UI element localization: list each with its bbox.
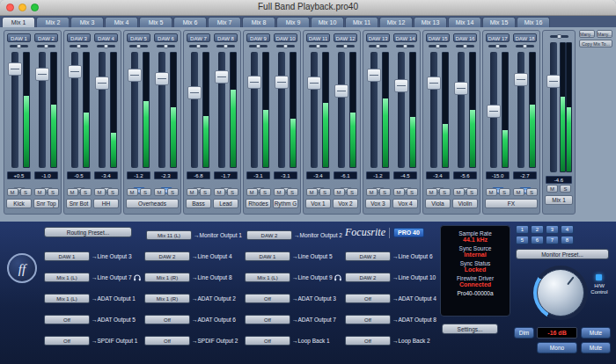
tab-mix-16[interactable]: Mix 16 <box>517 17 550 27</box>
solo-button[interactable]: S <box>80 188 92 196</box>
daw-source-button[interactable]: DAW 12 <box>334 33 357 42</box>
master-pan-slider[interactable] <box>543 33 575 40</box>
mute-button[interactable]: M <box>34 188 46 196</box>
routing-source-button[interactable]: DAW 1 <box>245 251 290 261</box>
channel-name[interactable]: Kick <box>6 199 32 208</box>
fader-handle[interactable] <box>334 84 348 98</box>
monitor-output-button-4[interactable]: 4 <box>561 225 574 234</box>
mute-button[interactable]: M <box>187 188 198 196</box>
tab-mix-15[interactable]: Mix 15 <box>482 17 516 27</box>
master-name[interactable]: Mix 1 <box>545 195 573 205</box>
pan-slider[interactable] <box>332 43 359 49</box>
channel-name[interactable]: Vox 3 <box>365 199 391 208</box>
pan-thumb[interactable] <box>557 34 561 39</box>
fader-handle[interactable] <box>394 79 408 92</box>
routing-source-button[interactable]: Mix 1 (L) <box>44 294 90 303</box>
pan-slider[interactable] <box>65 43 92 49</box>
fader-handle[interactable] <box>95 76 109 90</box>
channel-name[interactable]: Viola <box>425 199 451 208</box>
monitor-output-button-6[interactable]: 6 <box>531 236 544 244</box>
pan-thumb[interactable] <box>17 44 21 48</box>
solo-button[interactable]: S <box>20 188 32 196</box>
solo-button[interactable]: S <box>48 188 59 196</box>
monitor-volume-knob[interactable] <box>537 269 584 317</box>
routing-source-button[interactable]: Off <box>245 294 290 303</box>
mute-button[interactable]: M <box>513 188 524 196</box>
fader-handle[interactable] <box>275 76 289 89</box>
monitor-output-button-8[interactable]: 8 <box>561 236 574 244</box>
daw-source-button[interactable]: DAW 5 <box>127 33 150 42</box>
pan-thumb[interactable] <box>136 44 141 48</box>
solo-button[interactable]: S <box>260 188 271 196</box>
pan-thumb[interactable] <box>224 44 228 48</box>
tab-mix-2[interactable]: Mix 2 <box>36 17 70 27</box>
channel-name[interactable]: Vox 1 <box>305 199 331 208</box>
channel-name[interactable]: Snr Bot <box>66 199 92 208</box>
routing-source-button[interactable]: Off <box>345 336 391 346</box>
routing-source-button[interactable]: DAW 2 <box>345 273 391 282</box>
fader-handle[interactable] <box>155 72 169 85</box>
pan-slider[interactable] <box>92 43 120 49</box>
master-option-button[interactable]: Many... <box>597 30 612 38</box>
fader-handle[interactable] <box>247 76 261 89</box>
solo-button[interactable]: S <box>227 188 238 196</box>
tab-mix-4[interactable]: Mix 4 <box>105 17 138 27</box>
pan-thumb[interactable] <box>343 44 348 48</box>
fader-handle[interactable] <box>187 86 202 99</box>
mute-button[interactable]: M <box>94 188 106 196</box>
routing-source-button[interactable]: Off <box>44 315 90 324</box>
pan-thumb[interactable] <box>77 44 81 48</box>
mute-button[interactable]: M <box>246 188 258 196</box>
mute-button[interactable]: M <box>306 188 318 196</box>
monitor-output-button-5[interactable]: 5 <box>516 236 529 244</box>
daw-source-button[interactable]: DAW 8 <box>214 33 238 42</box>
solo-button[interactable]: S <box>167 188 179 196</box>
tab-mix-10[interactable]: Mix 10 <box>311 17 344 27</box>
master-solo-button[interactable]: S <box>560 185 571 193</box>
tab-mix-11[interactable]: Mix 11 <box>345 17 378 27</box>
routing-source-button[interactable]: Mix 1 (R) <box>144 294 190 303</box>
master-mute-button[interactable]: M <box>546 185 558 193</box>
daw-source-button[interactable]: DAW 15 <box>426 33 450 42</box>
pan-thumb[interactable] <box>376 44 380 48</box>
tab-mix-12[interactable]: Mix 12 <box>379 17 413 27</box>
solo-button[interactable]: S <box>319 188 331 196</box>
solo-button[interactable]: S <box>526 188 538 196</box>
routing-source-button[interactable]: DAW 2 <box>345 251 391 261</box>
mute-button[interactable]: Mute <box>581 327 611 339</box>
solo-button[interactable]: S <box>379 188 391 196</box>
tab-mix-8[interactable]: Mix 8 <box>242 17 275 27</box>
monitor-output-button-3[interactable]: 3 <box>546 225 559 234</box>
pan-slider[interactable] <box>212 43 239 49</box>
pan-slider[interactable] <box>424 43 451 49</box>
solo-button[interactable]: S <box>439 188 451 196</box>
pan-slider[interactable] <box>5 43 33 49</box>
routing-source-button[interactable]: Off <box>144 315 190 324</box>
tab-mix-3[interactable]: Mix 3 <box>70 17 104 27</box>
pan-thumb[interactable] <box>316 44 320 48</box>
channel-name[interactable]: Vox 4 <box>392 199 418 208</box>
mute-button[interactable]: M <box>453 188 465 196</box>
monitor-output-button-2[interactable]: 2 <box>531 225 544 234</box>
channel-name[interactable]: Snr Top <box>33 199 59 208</box>
channel-name[interactable]: Bass <box>186 199 211 208</box>
mute-button[interactable]: M <box>67 188 78 196</box>
channel-name[interactable]: Vox 2 <box>333 199 358 208</box>
routing-source-button[interactable]: Off <box>345 294 391 303</box>
mute-button[interactable]: M <box>426 188 437 196</box>
pan-thumb[interactable] <box>436 44 440 48</box>
pan-thumb[interactable] <box>164 44 168 48</box>
pan-thumb[interactable] <box>104 44 108 48</box>
fader-handle[interactable] <box>128 69 142 82</box>
daw-source-button[interactable]: DAW 13 <box>366 33 390 42</box>
mute-button[interactable]: M <box>366 188 378 196</box>
routing-source-button[interactable]: DAW 1 <box>44 251 90 261</box>
daw-source-button[interactable]: DAW 18 <box>513 33 537 42</box>
pan-slider[interactable] <box>152 43 180 49</box>
monitor-preset-button[interactable]: Monitor Preset... <box>516 249 609 259</box>
mute-button[interactable]: M <box>393 188 405 196</box>
channel-name[interactable]: HH <box>93 199 119 208</box>
routing-source-button[interactable]: Mix 1 (R) <box>144 273 190 282</box>
pan-thumb[interactable] <box>256 44 260 48</box>
dim-button[interactable]: Dim <box>514 327 534 339</box>
